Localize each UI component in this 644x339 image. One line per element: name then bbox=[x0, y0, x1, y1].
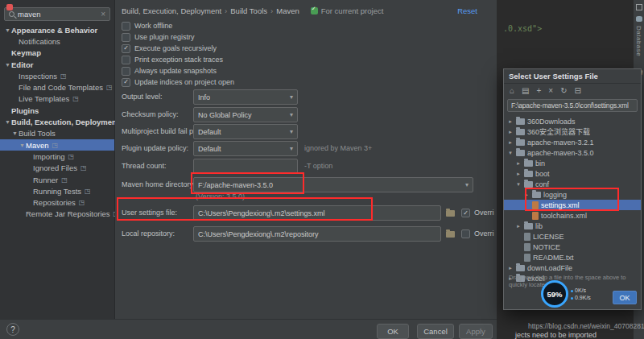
tree-item-360[interactable]: ▸360安全浏览器下载 bbox=[504, 126, 641, 137]
tree-arrow-icon[interactable]: ▸ bbox=[507, 265, 514, 271]
toolwindow-icon[interactable] bbox=[636, 4, 642, 10]
desktop-icon[interactable]: ▤ bbox=[522, 87, 529, 95]
sidebar-item-plugins[interactable]: Plugins bbox=[0, 105, 114, 116]
home-icon[interactable]: ⌂ bbox=[510, 87, 514, 95]
cancel-button[interactable]: Cancel bbox=[417, 324, 454, 339]
checkbox[interactable] bbox=[122, 56, 130, 64]
field-multiproject-build-fail-policy: Multiproject build fail policy:Default▾ bbox=[122, 124, 497, 139]
local-repository-input[interactable]: C:\Users\Pengdexiong\.m2\repository bbox=[193, 226, 441, 242]
tree-item-notice[interactable]: NOTICE bbox=[504, 242, 641, 252]
checkbox[interactable] bbox=[122, 67, 130, 76]
database-tab[interactable]: Database bbox=[635, 26, 642, 56]
option-always-update-snapshots[interactable]: Always update snapshots bbox=[122, 66, 217, 76]
checkbox[interactable] bbox=[122, 22, 130, 31]
checkbox[interactable]: ✓ bbox=[122, 78, 130, 87]
tree-item-label: apache-maven-3.2.1 bbox=[527, 138, 594, 147]
clear-search-icon[interactable]: × bbox=[101, 10, 105, 19]
tree-item-downloadfile[interactable]: ▸downLoadFile bbox=[504, 263, 641, 273]
tree-arrow-icon[interactable]: ▸ bbox=[507, 139, 514, 146]
in-place-badge-icon: ◳ bbox=[61, 176, 68, 184]
field-label: Plugin update policy: bbox=[122, 141, 188, 156]
tree-item-toolchains-xml[interactable]: toolchains.xml bbox=[504, 210, 641, 221]
text-input[interactable] bbox=[193, 159, 298, 174]
sidebar-item-maven[interactable]: ▼Maven◳ bbox=[0, 139, 114, 151]
tree-arrow-icon[interactable]: ▾ bbox=[515, 181, 522, 188]
override-checkbox[interactable]: ✓ bbox=[461, 209, 470, 217]
hide-path-icon[interactable]: ⊟ bbox=[575, 87, 581, 95]
refresh-icon[interactable]: ↻ bbox=[560, 87, 567, 95]
sidebar-item-notifications[interactable]: Notifications bbox=[0, 35, 114, 47]
sidebar-item-appearance-behavior[interactable]: ▼Appearance & Behavior bbox=[0, 24, 114, 35]
tree-arrow-icon[interactable]: ▼ bbox=[4, 119, 11, 125]
ok-button[interactable]: OK bbox=[377, 324, 409, 339]
file-icon bbox=[524, 254, 530, 262]
sidebar-item-build-execution-deployment[interactable]: ▼Build, Execution, Deployment bbox=[0, 116, 114, 127]
tree-item-bin[interactable]: ▸bin bbox=[504, 158, 641, 168]
tree-arrow-icon[interactable]: ▾ bbox=[507, 150, 514, 156]
tree-item-360downloads[interactable]: ▸360Downloads bbox=[504, 116, 641, 126]
option-use-plugin-registry[interactable]: Use plugin registry bbox=[122, 32, 195, 42]
tree-item-apache-maven-3-5-0[interactable]: ▾apache-maven-3.5.0 bbox=[504, 147, 641, 158]
dialog-ok-button[interactable]: OK bbox=[613, 291, 637, 304]
breadcrumb-item[interactable]: Build Tools bbox=[230, 6, 267, 15]
field-value: Default bbox=[198, 128, 221, 136]
apply-button[interactable]: Apply bbox=[459, 324, 493, 339]
dropdown[interactable]: Default▾ bbox=[193, 141, 298, 156]
checkbox[interactable]: ✓ bbox=[122, 44, 130, 53]
new-folder-icon[interactable]: + bbox=[537, 87, 542, 95]
override-checkbox[interactable] bbox=[461, 229, 470, 238]
tree-item-license[interactable]: LICENSE bbox=[504, 231, 641, 242]
browse-folder-icon[interactable] bbox=[444, 228, 457, 239]
tree-arrow-icon[interactable]: ▸ bbox=[523, 192, 530, 198]
path-field[interactable]: F:\apache-maven-3.5.0\conf\settings.xml bbox=[507, 99, 638, 112]
tree-item-settings-xml[interactable]: settings.xml bbox=[504, 200, 641, 210]
user-settings-input[interactable]: C:\Users\Pengdexiong\.m2\settings.xml bbox=[193, 205, 441, 221]
tree-item-lib[interactable]: ▸lib bbox=[504, 221, 641, 231]
sidebar-item-build-tools[interactable]: ▼Build Tools bbox=[0, 128, 114, 139]
sidebar-item-inspections[interactable]: Inspections◳ bbox=[0, 70, 114, 81]
tree-item-apache-maven-3-2-1[interactable]: ▸apache-maven-3.2.1 bbox=[504, 137, 641, 147]
tree-arrow-icon[interactable]: ▼ bbox=[19, 143, 26, 148]
sidebar-item-importing[interactable]: Importing◳ bbox=[0, 151, 114, 162]
settings-search-input[interactable]: maven × bbox=[4, 7, 110, 21]
tree-arrow-icon[interactable]: ▼ bbox=[4, 62, 11, 68]
tree-item-readme-txt[interactable]: README.txt bbox=[504, 252, 641, 263]
breadcrumb-item[interactable]: Build, Execution, Deployment bbox=[122, 6, 221, 15]
tree-arrow-icon[interactable]: ▸ bbox=[515, 171, 522, 177]
sidebar-item-running-tests[interactable]: Running Tests◳ bbox=[0, 185, 114, 196]
sidebar-item-editor[interactable]: ▼Editor bbox=[0, 59, 114, 70]
help-button[interactable]: ? bbox=[6, 323, 19, 336]
dropdown[interactable]: Info▾ bbox=[193, 89, 298, 105]
reset-link[interactable]: Reset bbox=[457, 6, 477, 15]
option-update-indices-on-project-open[interactable]: ✓Update indices on project open bbox=[122, 77, 234, 87]
option-execute-goals-recursively[interactable]: ✓Execute goals recursively bbox=[122, 43, 217, 53]
sidebar-item-live-templates[interactable]: Live Templates◳ bbox=[0, 93, 114, 105]
tree-arrow-icon[interactable]: ▸ bbox=[507, 118, 514, 125]
tree-item-label: settings.xml bbox=[541, 201, 580, 209]
option-print-exception-stack-traces[interactable]: Print exception stack traces bbox=[122, 55, 223, 64]
tree-arrow-icon[interactable]: ▸ bbox=[515, 223, 522, 229]
sidebar-item-ignored-files[interactable]: Ignored Files◳ bbox=[0, 163, 114, 174]
maven-home-combo[interactable]: F:/apache-maven-3.5.0 ▾ bbox=[193, 177, 473, 192]
tree-arrow-icon[interactable]: ▼ bbox=[11, 130, 19, 136]
tree-item-boot[interactable]: ▸boot bbox=[504, 168, 641, 179]
tree-item-conf[interactable]: ▾conf bbox=[504, 179, 641, 189]
breadcrumb-item[interactable]: Maven bbox=[276, 6, 299, 15]
sidebar-item-remote-jar-repositories[interactable]: Remote Jar Repositories◳ bbox=[0, 209, 114, 220]
sidebar-item-file-and-code-templates[interactable]: File and Code Templates◳ bbox=[0, 81, 114, 93]
tree-item-logging[interactable]: ▸logging bbox=[504, 189, 641, 200]
sidebar-item-runner[interactable]: Runner◳ bbox=[0, 174, 114, 185]
checkbox[interactable] bbox=[122, 33, 130, 42]
dropdown[interactable]: Default▾ bbox=[193, 124, 298, 139]
dropdown[interactable]: No Global Policy▾ bbox=[193, 107, 298, 122]
tree-arrow-icon[interactable]: ▼ bbox=[4, 27, 11, 33]
tree-arrow-icon[interactable]: ▸ bbox=[507, 129, 514, 135]
sidebar-item-keymap[interactable]: Keymap bbox=[0, 48, 114, 59]
tree-arrow-icon[interactable]: ▸ bbox=[515, 160, 522, 167]
xml-icon bbox=[532, 201, 539, 209]
browse-folder-icon[interactable] bbox=[444, 207, 457, 218]
delete-icon[interactable]: × bbox=[548, 87, 553, 95]
sidebar-item-repositories[interactable]: Repositories◳ bbox=[0, 196, 114, 208]
folder-icon bbox=[524, 171, 533, 177]
option-work-offline[interactable]: Work offline bbox=[122, 21, 172, 31]
